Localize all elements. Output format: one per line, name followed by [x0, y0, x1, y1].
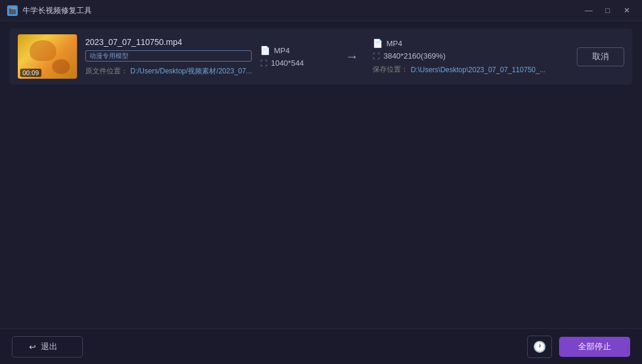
output-path-row: 保存位置： D:\Users\Desktop\2023_07_07_110750…: [373, 65, 569, 75]
output-dims-row: ⛶ 3840*2160(369%): [373, 51, 467, 60]
output-dims-value: 3840*2160(369%): [383, 51, 445, 60]
source-path-value[interactable]: D:/Users/Desktop/视频素材/2023_07...: [130, 66, 252, 76]
main-content: 00:09 2023_07_07_110750.mp4 动漫专用模型 原文件位置…: [0, 21, 642, 328]
cancel-button[interactable]: 取消: [577, 47, 624, 66]
bottom-right: 🕐 全部停止: [527, 336, 630, 358]
input-format-label: MP4: [274, 46, 290, 55]
input-format-row: 📄 MP4: [260, 46, 331, 55]
output-path-value[interactable]: D:\Users\Desktop\2023_07_07_110750_...: [410, 66, 545, 74]
arrow-section: →: [339, 49, 364, 65]
app-title: 牛学长视频修复工具: [23, 5, 92, 16]
video-duration: 00:09: [20, 69, 41, 77]
output-format-info: 📄 MP4 ⛶ 3840*2160(369%): [373, 38, 467, 60]
app-icon: 🎬: [7, 5, 18, 16]
minimize-button[interactable]: —: [580, 4, 597, 17]
output-section: 📄 MP4 ⛶ 3840*2160(369%) 保存位置： D:\Users\D…: [373, 38, 569, 75]
source-path-row: 原文件位置： D:/Users/Desktop/视频素材/2023_07...: [85, 66, 252, 76]
clock-icon: 🕐: [533, 340, 546, 353]
dims-icon-output: ⛶: [373, 52, 380, 60]
convert-arrow-icon: →: [345, 49, 358, 65]
title-bar: 🎬 牛学长视频修复工具 — □ ✕: [0, 0, 642, 21]
exit-icon: ↩: [29, 342, 36, 352]
content-spacer: [9, 85, 633, 321]
window-controls: — □ ✕: [580, 4, 635, 17]
file-icon-input: 📄: [260, 46, 270, 55]
stop-all-button[interactable]: 全部停止: [559, 337, 630, 357]
output-formats: 📄 MP4 ⛶ 3840*2160(369%): [373, 38, 569, 60]
video-thumbnail: 00:09: [18, 34, 77, 79]
file-tag: 动漫专用模型: [85, 50, 252, 62]
title-bar-left: 🎬 牛学长视频修复工具: [7, 5, 92, 16]
file-name: 2023_07_07_110750.mp4: [85, 37, 252, 47]
output-format-row: 📄 MP4: [373, 38, 467, 48]
exit-button[interactable]: ↩ 退出: [12, 336, 83, 357]
input-format-info: 📄 MP4 ⛶ 1040*544: [260, 46, 331, 67]
history-button[interactable]: 🕐: [527, 336, 552, 358]
close-button[interactable]: ✕: [618, 4, 635, 17]
input-dims-value: 1040*544: [271, 59, 304, 67]
maximize-button[interactable]: □: [599, 4, 616, 17]
input-dims-row: ⛶ 1040*544: [260, 59, 331, 67]
output-path-label: 保存位置：: [373, 65, 408, 75]
file-entry-row: 00:09 2023_07_07_110750.mp4 动漫专用模型 原文件位置…: [9, 28, 633, 85]
source-path-label: 原文件位置：: [85, 66, 128, 76]
file-icon-output: 📄: [373, 38, 383, 48]
exit-label: 退出: [41, 342, 57, 352]
dims-icon-input: ⛶: [260, 59, 267, 67]
output-format-label: MP4: [386, 39, 402, 48]
bottom-bar: ↩ 退出 🕐 全部停止: [0, 328, 642, 364]
file-info: 2023_07_07_110750.mp4 动漫专用模型 原文件位置： D:/U…: [85, 37, 252, 76]
